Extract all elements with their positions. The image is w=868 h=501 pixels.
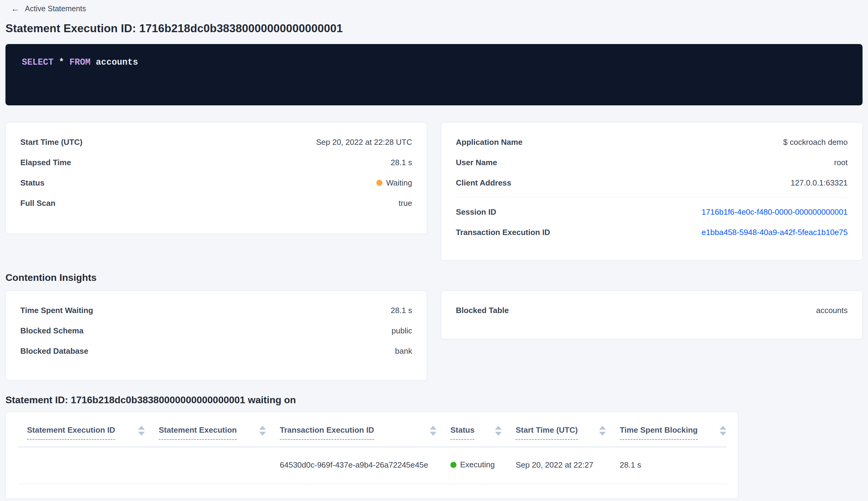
table-header-row: Statement Execution ID Statement Executi… bbox=[18, 412, 727, 447]
contention-insights-title: Contention Insights bbox=[6, 272, 862, 283]
statement-execution-details-page: ← Active Statements Statement Execution … bbox=[0, 0, 868, 501]
blocked-table-value: accounts bbox=[816, 304, 848, 316]
kv-row-blocked-database: Blocked Database bank bbox=[20, 345, 412, 357]
sort-arrows-icon[interactable] bbox=[138, 426, 145, 436]
session-overview-card: Application Name $ cockroach demo User N… bbox=[441, 122, 862, 260]
back-arrow-icon: ← bbox=[11, 4, 19, 13]
kv-row-blocked-table: Blocked Table accounts bbox=[456, 304, 848, 316]
blocked-table-label: Blocked Table bbox=[456, 304, 509, 316]
status-badge: Executing bbox=[451, 460, 495, 469]
status-label: Status bbox=[20, 177, 44, 189]
cell-start-time: Sep 20, 2022 at 22:27 bbox=[516, 447, 620, 484]
blocked-table-card: Blocked Table accounts bbox=[441, 290, 862, 339]
blocked-schema-value: public bbox=[391, 324, 412, 337]
time-spent-waiting-label: Time Spent Waiting bbox=[20, 304, 93, 316]
column-label: Statement Execution ID bbox=[27, 425, 115, 440]
waiting-statements-table: Statement Execution ID Statement Executi… bbox=[18, 412, 727, 484]
kv-row-transaction-execution-id: Transaction Execution ID e1bba458-5948-4… bbox=[456, 226, 848, 238]
status-value: Executing bbox=[460, 460, 495, 469]
kv-row-user-name: User Name root bbox=[456, 156, 848, 169]
session-id-link[interactable]: 1716b1f6-4e0c-f480-0000-000000000001 bbox=[702, 206, 848, 218]
back-link-label: Active Statements bbox=[25, 4, 86, 13]
kv-row-status: Status Waiting bbox=[20, 177, 412, 189]
sort-arrows-icon[interactable] bbox=[259, 426, 266, 436]
kv-row-client-address: Client Address 127.0.0.1:63321 bbox=[456, 177, 848, 189]
sql-star: * bbox=[53, 57, 69, 67]
elapsed-time-label: Elapsed Time bbox=[20, 156, 71, 169]
kv-row-blocked-schema: Blocked Schema public bbox=[20, 324, 412, 337]
session-id-label: Session ID bbox=[456, 206, 496, 218]
cell-statement-execution-id bbox=[18, 447, 159, 484]
status-waiting-dot-icon bbox=[376, 180, 382, 186]
back-link-active-statements[interactable]: ← Active Statements bbox=[0, 0, 86, 13]
kv-row-session-id: Session ID 1716b1f6-4e0c-f480-0000-00000… bbox=[456, 206, 848, 218]
column-label: Transaction Execution ID bbox=[280, 425, 374, 440]
kv-row-start-time: Start Time (UTC) Sep 20, 2022 at 22:28 U… bbox=[20, 136, 412, 148]
status-badge: Waiting bbox=[376, 177, 412, 189]
column-label: Statement Execution bbox=[159, 425, 237, 440]
cell-transaction-execution-id: 64530d0c-969f-437e-a9b4-26a72245e45e bbox=[280, 447, 451, 484]
contention-details-card: Time Spent Waiting 28.1 s Blocked Schema… bbox=[6, 290, 427, 381]
status-executing-dot-icon bbox=[451, 462, 456, 468]
column-label: Status bbox=[451, 425, 474, 440]
client-address-value: 127.0.0.1:63321 bbox=[791, 177, 848, 189]
cell-time-spent-blocking: 28.1 s bbox=[620, 447, 727, 484]
table-row: 64530d0c-969f-437e-a9b4-26a72245e45e Exe… bbox=[18, 447, 727, 484]
time-spent-waiting-value: 28.1 s bbox=[391, 304, 412, 316]
status-value: Waiting bbox=[386, 177, 412, 189]
user-name-label: User Name bbox=[456, 156, 497, 169]
column-header-start-time[interactable]: Start Time (UTC) bbox=[516, 412, 620, 447]
cell-status: Executing bbox=[451, 447, 516, 484]
elapsed-time-value: 28.1 s bbox=[391, 156, 412, 169]
kv-row-time-spent-waiting: Time Spent Waiting 28.1 s bbox=[20, 304, 412, 316]
blocked-database-value: bank bbox=[395, 345, 412, 357]
sort-arrows-icon[interactable] bbox=[599, 426, 606, 436]
sql-keyword-from: FROM bbox=[69, 57, 91, 67]
waiting-statements-table-card: Statement Execution ID Statement Executi… bbox=[6, 412, 738, 499]
full-scan-label: Full Scan bbox=[20, 197, 56, 209]
sql-keyword-select: SELECT bbox=[22, 57, 53, 67]
column-header-statement-execution-id[interactable]: Statement Execution ID bbox=[18, 412, 159, 447]
sql-statement-text: SELECT * FROM accounts bbox=[22, 57, 846, 68]
card-divider bbox=[456, 197, 848, 198]
start-time-label: Start Time (UTC) bbox=[20, 136, 83, 148]
page-title: Statement Execution ID: 1716b218dc0b3838… bbox=[6, 22, 862, 35]
column-header-status[interactable]: Status bbox=[451, 412, 516, 447]
sql-statement-box: SELECT * FROM accounts bbox=[6, 44, 862, 105]
sort-arrows-icon[interactable] bbox=[430, 426, 436, 436]
sql-table-name: accounts bbox=[90, 57, 138, 67]
blocked-database-label: Blocked Database bbox=[20, 345, 88, 357]
cell-statement-execution bbox=[159, 447, 280, 484]
column-label: Start Time (UTC) bbox=[516, 425, 578, 440]
application-name-value: $ cockroach demo bbox=[783, 136, 848, 148]
blocked-schema-label: Blocked Schema bbox=[20, 324, 84, 337]
column-header-transaction-execution-id[interactable]: Transaction Execution ID bbox=[280, 412, 451, 447]
overview-cards-row: Start Time (UTC) Sep 20, 2022 at 22:28 U… bbox=[6, 122, 862, 260]
application-name-label: Application Name bbox=[456, 136, 523, 148]
kv-row-elapsed-time: Elapsed Time 28.1 s bbox=[20, 156, 412, 169]
client-address-label: Client Address bbox=[456, 177, 511, 189]
kv-row-application-name: Application Name $ cockroach demo bbox=[456, 136, 848, 148]
column-header-statement-execution[interactable]: Statement Execution bbox=[159, 412, 280, 447]
sort-arrows-icon[interactable] bbox=[495, 426, 502, 436]
waiting-on-section-title: Statement ID: 1716b218dc0b38380000000000… bbox=[6, 394, 862, 406]
transaction-execution-id-label: Transaction Execution ID bbox=[456, 226, 550, 238]
execution-overview-card: Start Time (UTC) Sep 20, 2022 at 22:28 U… bbox=[6, 122, 427, 234]
contention-cards-row: Time Spent Waiting 28.1 s Blocked Schema… bbox=[6, 290, 862, 381]
user-name-value: root bbox=[834, 156, 848, 169]
column-header-time-spent-blocking[interactable]: Time Spent Blocking bbox=[620, 412, 727, 447]
transaction-execution-id-link[interactable]: e1bba458-5948-40a9-a42f-5feac1b10e75 bbox=[702, 226, 848, 238]
column-label: Time Spent Blocking bbox=[620, 425, 698, 440]
start-time-value: Sep 20, 2022 at 22:28 UTC bbox=[316, 136, 412, 148]
sort-arrows-icon[interactable] bbox=[719, 426, 726, 436]
kv-row-full-scan: Full Scan true bbox=[20, 197, 412, 209]
full-scan-value: true bbox=[399, 197, 412, 209]
